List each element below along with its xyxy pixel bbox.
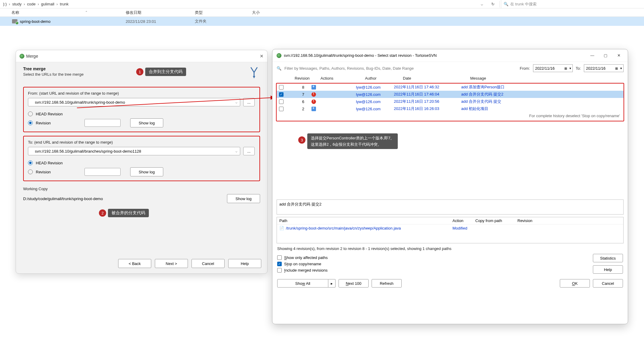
file-row[interactable]: spring-boot-demo 2022/11/28 23:01 文件夹 [0,17,644,26]
to-head-radio[interactable] [28,160,33,165]
breadcrumb-item[interactable]: code [27,2,35,6]
help-button[interactable]: Help [228,259,261,268]
maximize-icon[interactable]: ▢ [599,51,612,60]
checkbox-label[interactable]: Stop on copy/rename [284,262,321,266]
help-button[interactable]: Help [593,265,623,274]
to-url-combo[interactable]: svn://192.168.56.10/gulimall/branches/sp… [28,147,240,155]
checkbox-include-merged[interactable] [277,268,282,273]
merge-heading: Tree merge [23,66,248,71]
file-type: 文件夹 [195,19,252,24]
callout-2: 2 被合并的分支代码 [99,209,149,217]
revision-checkbox[interactable] [279,107,284,111]
callout-number-icon: 1 [136,68,143,75]
revision-action-icon [311,92,356,97]
revision-checkbox[interactable] [279,85,284,90]
show-all-dropdown[interactable]: ▸ [328,279,336,288]
close-icon[interactable]: ✕ [260,53,264,59]
search-input[interactable]: 🔍 在 trunk 中搜索 [501,0,642,8]
col-revision[interactable]: Revision [517,218,547,223]
col-actions[interactable]: Actions [320,76,365,81]
merge-titlebar[interactable]: Merge ✕ [16,50,267,62]
to-date-picker[interactable]: 2022/11/16 ▦ ▾ [584,64,624,72]
revision-author: lyw@126.com [356,107,394,111]
revision-checkbox[interactable] [279,99,284,104]
back-button[interactable]: < Back [118,259,151,268]
revision-number: 7 [286,92,311,97]
col-message[interactable]: Message [470,76,624,81]
col-path[interactable]: Path [279,218,452,223]
log-titlebar[interactable]: svn://192.168.56.10/gulimall/trunk/sprin… [272,49,628,62]
checkbox-stop-on-copy[interactable]: ✓ [277,262,282,266]
next-100-button[interactable]: Next 100 [339,279,369,288]
close-icon[interactable]: ✕ [612,51,625,60]
from-date-picker[interactable]: 2022/11/16 ▦ ▾ [533,64,573,72]
revision-checkbox[interactable]: ✓ [279,92,284,97]
from-head-radio[interactable] [28,111,33,116]
from-revision-radio[interactable] [28,120,33,125]
column-header-name[interactable]: 名称 ⌃ [11,10,126,15]
checkbox-show-affected[interactable] [277,255,282,260]
to-head-label: HEAD Revision [36,161,78,165]
minimize-icon[interactable]: — [586,51,599,60]
filter-input[interactable] [284,64,517,72]
column-header-size[interactable]: 大小 [252,10,288,15]
file-modified-icon: 📄 [279,226,285,230]
revision-row[interactable]: 2lyw@126.com2022年11月16日 16:26:03add 初始化项… [277,105,624,112]
from-show-log-button[interactable]: Show log [130,118,163,127]
column-header-date[interactable]: 修改日期 [126,10,195,15]
statistics-button[interactable]: Statistics [593,254,623,262]
callout-3: 3 选择提交PersonController类的上一个版本,即7。 这里选择2，… [298,133,398,149]
ok-button[interactable]: OK [560,279,590,288]
chevron-down-icon: ▾ [569,66,571,70]
to-show-log-button[interactable]: Show log [130,167,163,176]
next-button[interactable]: Next > [155,259,188,268]
revision-message: add 合并分支代码 提交 [461,99,624,104]
divider [499,1,500,8]
from-label: From: (start URL and revision of the ran… [28,91,255,96]
tortoise-icon [277,53,281,58]
breadcrumb-item[interactable]: study [12,2,22,6]
revision-row[interactable]: 6lyw@126.com2022年11月16日 17:20:56add 合并分支… [277,98,624,105]
to-revision-input[interactable] [84,168,121,176]
checkbox-label[interactable]: Show only affected paths [284,255,328,260]
status-line: Showing 4 revision(s), from revision 2 t… [272,243,628,253]
refresh-icon[interactable]: ↻ [487,0,498,8]
search-icon[interactable]: 🔍 [277,66,281,71]
breadcrumb-item[interactable]: gulimall [41,2,54,6]
to-revision-radio[interactable] [28,169,33,174]
wc-show-log-button[interactable]: Show log [227,194,260,203]
col-copyfrom[interactable]: Copy from path [475,218,517,223]
tortoise-icon [20,54,24,59]
revision-action-icon [311,106,356,111]
from-section: From: (start URL and revision of the ran… [23,87,260,132]
message-panel[interactable]: add 合并分支代码 提交2 [277,199,624,215]
history-dropdown-icon[interactable]: ⌵ [477,0,487,8]
column-header-type[interactable]: 类型 [195,10,252,15]
options-row: Show only affected paths ✓Stop on copy/r… [272,253,628,275]
svg-marker-0 [253,76,255,78]
breadcrumb[interactable]: ):)› study› code› gulimall› trunk [2,2,477,6]
revision-row[interactable]: ✓7lyw@126.com2022年11月16日 17:46:04add 合并分… [277,91,624,98]
breadcrumb-item[interactable]: trunk [60,2,69,6]
show-all-button[interactable]: Show All [277,279,328,288]
path-value: /trunk/spring-boot-demo/src/main/java/cn… [286,226,452,230]
from-date-value: 2022/11/16 [535,66,555,71]
col-action[interactable]: Action [452,218,475,223]
col-revision[interactable]: Revision [295,76,320,81]
to-browse-button[interactable]: ... [243,147,255,155]
col-author[interactable]: Author [365,76,403,81]
revision-row[interactable]: 8lyw@126.com2022年11月16日 17:46:32add 添加查询… [277,84,624,91]
from-revision-input[interactable] [84,119,121,127]
cancel-button[interactable]: Cancel [192,259,225,268]
col-date[interactable]: Date [403,76,470,81]
revision-number: 8 [286,85,311,90]
breadcrumb-root[interactable]: ):) [3,2,7,6]
refresh-button[interactable]: Refresh [372,279,402,288]
path-row[interactable]: 📄 /trunk/spring-boot-demo/src/main/java/… [277,224,623,232]
history-note: For complete history deselect 'Stop on c… [277,112,624,119]
cancel-button[interactable]: Cancel [593,279,623,288]
folder-icon [11,19,18,23]
checkbox-label[interactable]: Include merged revisions [284,268,328,273]
working-copy-section: Working Copy D:/study/code/gulimall/trun… [23,187,260,203]
working-copy-label: Working Copy [23,187,260,191]
